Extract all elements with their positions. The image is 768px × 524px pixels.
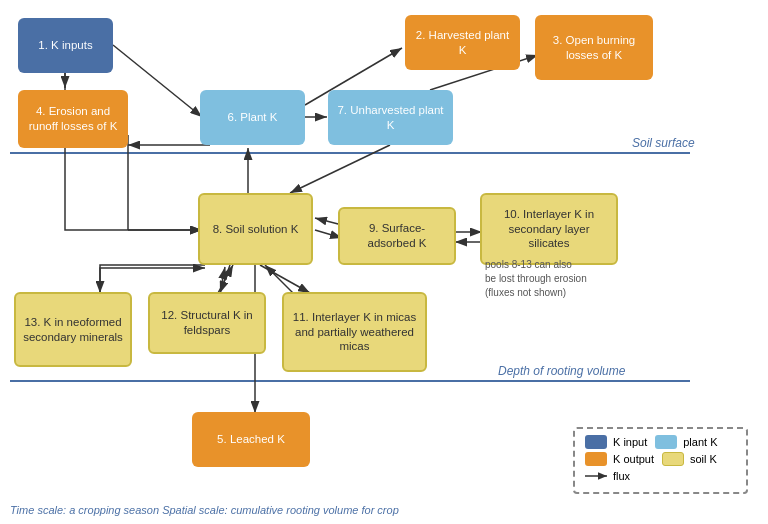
box-surface-adsorbed-k: 9. Surface-adsorbed K [338, 207, 456, 265]
box-k-inputs: 1. K inputs [18, 18, 113, 73]
legend-box-soilk [662, 452, 684, 466]
svg-line-14 [220, 267, 225, 293]
box-soil-solution-k: 8. Soil solution K [198, 193, 313, 265]
legend: K input plant K K output soil K [573, 427, 748, 494]
box-leached-k: 5. Leached K [192, 412, 310, 467]
box-k-neoformed-minerals: 13. K in neoformed secondary minerals [14, 292, 132, 367]
svg-line-15 [218, 265, 233, 293]
legend-row-flux: flux [585, 469, 736, 483]
svg-line-11 [260, 265, 310, 293]
legend-row-kinput: K input plant K [585, 435, 736, 449]
box-harvested-plant-k: 2. Harvested plant K [405, 15, 520, 70]
legend-row-koutput: K output soil K [585, 452, 736, 466]
diagram-container: Soil surface Depth of rooting volume [0, 0, 768, 524]
box-erosion-runoff: 4. Erosion and runoff losses of K [18, 90, 128, 148]
svg-line-13 [220, 265, 230, 293]
note-text: pools 8-13 can alsobe lost through erosi… [485, 258, 587, 300]
box-structural-k-feldspars: 12. Structural K in feldspars [148, 292, 266, 354]
box-interlayer-k-silicates: 10. Interlayer K in secondary layer sili… [480, 193, 618, 265]
soil-surface-line [10, 152, 690, 154]
soil-surface-label: Soil surface [632, 136, 695, 150]
rooting-depth-label: Depth of rooting volume [498, 364, 625, 378]
box-unharvested-plant-k: 7. Unharvested plant K [328, 90, 453, 145]
legend-box-kinput [585, 435, 607, 449]
legend-box-plantk [655, 435, 677, 449]
box-interlayer-k-micas: 11. Interlayer K in micas and partially … [282, 292, 427, 372]
box-plant-k: 6. Plant K [200, 90, 305, 145]
footer-text: Time scale: a cropping season Spatial sc… [10, 504, 399, 516]
legend-arrow [585, 469, 607, 483]
box-open-burning: 3. Open burning losses of K [535, 15, 653, 80]
rooting-depth-line [10, 380, 690, 382]
legend-box-koutput [585, 452, 607, 466]
